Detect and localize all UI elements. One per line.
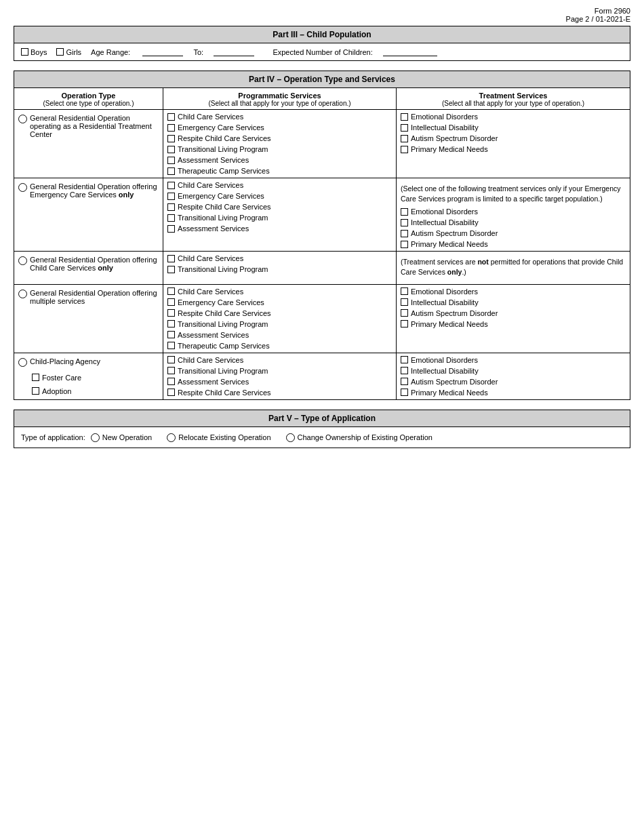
chk-r1t3[interactable] [401, 135, 408, 142]
row2-treat-2: Intellectual Disability [401, 218, 626, 226]
row4: General Residential Operation offering m… [14, 285, 630, 353]
col1-sub: (Select one type of operation.) [18, 100, 159, 107]
row3-treat-cell: (Treatment services are not permitted fo… [397, 252, 630, 284]
relocate-op-radio[interactable] [167, 433, 176, 442]
chk-r4p6[interactable] [167, 342, 175, 349]
row5-op-text: Child-Placing Agency [30, 357, 100, 365]
chk-r4t1[interactable] [401, 287, 408, 295]
row2-treat-cell: (Select one of the following treatment s… [397, 178, 630, 252]
form-page: Page 2 / 01-2021-E [14, 15, 630, 23]
row4-prog-cell: Child Care Services Emergency Care Servi… [163, 285, 397, 353]
row4-treat-1: Emotional Disorders [401, 287, 626, 296]
row5-treat-cell: Emotional Disorders Intellectual Disabil… [397, 353, 630, 399]
chk-foster[interactable] [32, 374, 39, 381]
chk-r4t2[interactable] [401, 298, 408, 306]
expected-field[interactable] [383, 47, 437, 56]
row4-treat-4: Primary Medical Needs [401, 320, 626, 328]
relocate-op-option[interactable]: Relocate Existing Operation [167, 433, 270, 442]
row2-treat-note: (Select one of the following treatment s… [401, 181, 626, 207]
new-op-radio[interactable] [91, 433, 100, 442]
chk-r4p4[interactable] [167, 320, 175, 327]
chk-r2p5[interactable] [167, 225, 175, 233]
part4-header: Part IV – Operation Type and Services [14, 71, 630, 88]
chk-r2t1[interactable] [401, 208, 408, 216]
chk-r1t2[interactable] [401, 124, 408, 132]
chk-r2p1[interactable] [167, 182, 175, 189]
row1-prog-cell: Child Care Services Emergency Care Servi… [163, 110, 397, 178]
row5-treat-1: Emotional Disorders [401, 356, 626, 364]
row5-prog-3: Assessment Services [167, 378, 392, 386]
row1-prog-1: Child Care Services [167, 113, 392, 121]
row3-radio[interactable] [18, 256, 27, 265]
col1-title: Operation Type [18, 92, 159, 100]
row4-radio[interactable] [18, 290, 27, 298]
chk-r4p5[interactable] [167, 331, 175, 338]
boys-label: Boys [31, 48, 47, 56]
form-header: Form 2960 Page 2 / 01-2021-E [14, 7, 630, 23]
row2: General Residential Operation offering E… [14, 178, 630, 252]
row2-treat-3: Autism Spectrum Disorder [401, 229, 626, 237]
chk-r5p2[interactable] [167, 367, 175, 374]
change-ownership-radio[interactable] [286, 433, 295, 442]
chk-r1p4[interactable] [167, 146, 175, 153]
row4-treat-2: Intellectual Disability [401, 298, 626, 306]
row1-op-text: General Residential Operation operating … [30, 114, 159, 138]
chk-r2t3[interactable] [401, 230, 408, 237]
chk-r5t2[interactable] [401, 367, 408, 374]
chk-r4p1[interactable] [167, 287, 175, 295]
chk-r1p6[interactable] [167, 167, 175, 175]
part3-section: Part III – Child Population Boys Girls A… [14, 26, 630, 61]
chk-r3p1[interactable] [167, 255, 175, 262]
row5-op-cell: Child-Placing Agency Foster Care Adoptio… [14, 353, 163, 399]
new-op-label: New Operation [102, 433, 152, 441]
row1-radio[interactable] [18, 115, 27, 123]
chk-r4t3[interactable] [401, 309, 408, 317]
row4-prog-1: Child Care Services [167, 287, 392, 296]
row4-treat-cell: Emotional Disorders Intellectual Disabil… [397, 285, 630, 353]
col2-title: Programmatic Services [167, 92, 392, 100]
boys-checkbox[interactable] [21, 48, 28, 56]
chk-r2t4[interactable] [401, 241, 408, 248]
row4-prog-3: Respite Child Care Services [167, 309, 392, 317]
chk-r5t4[interactable] [401, 389, 408, 396]
part4-col-headers: Operation Type (Select one type of opera… [14, 88, 630, 110]
row1: General Residential Operation operating … [14, 110, 630, 178]
row5-foster: Foster Care [32, 374, 81, 382]
chk-r1t4[interactable] [401, 146, 408, 153]
new-op-option[interactable]: New Operation [91, 433, 152, 442]
row3-treat-note: (Treatment services are not permitted fo… [401, 254, 626, 281]
chk-r2p4[interactable] [167, 214, 175, 222]
col1-header: Operation Type (Select one type of opera… [14, 88, 163, 110]
row5-radio[interactable] [18, 358, 27, 367]
row5-treat-3: Autism Spectrum Disorder [401, 378, 626, 386]
row2-treat-1: Emotional Disorders [401, 207, 626, 216]
chk-r1p5[interactable] [167, 157, 175, 164]
row5-prog-1: Child Care Services [167, 356, 392, 364]
chk-adoption[interactable] [32, 387, 39, 395]
age-to-field[interactable] [214, 47, 254, 56]
chk-r1p3[interactable] [167, 135, 175, 142]
chk-r5p4[interactable] [167, 389, 175, 396]
chk-r2p2[interactable] [167, 193, 175, 200]
change-ownership-option[interactable]: Change Ownership of Existing Operation [286, 433, 432, 442]
row2-radio[interactable] [18, 183, 27, 192]
chk-r2p3[interactable] [167, 203, 175, 211]
chk-r1p2[interactable] [167, 124, 175, 132]
chk-r5t1[interactable] [401, 356, 408, 363]
chk-r4p3[interactable] [167, 309, 175, 317]
row1-prog-3: Respite Child Care Services [167, 134, 392, 142]
to-label: To: [193, 48, 203, 56]
chk-r2t2[interactable] [401, 219, 408, 226]
chk-r4t4[interactable] [401, 320, 408, 327]
girls-checkbox[interactable] [56, 48, 64, 56]
chk-r1p1[interactable] [167, 113, 175, 121]
chk-r5p3[interactable] [167, 378, 175, 385]
chk-r4p2[interactable] [167, 298, 175, 306]
chk-r5p1[interactable] [167, 356, 175, 363]
chk-r1t1[interactable] [401, 113, 408, 121]
row5-prog-4: Respite Child Care Services [167, 389, 392, 397]
row3-op-text: General Residential Operation offering C… [30, 256, 159, 272]
chk-r3p2[interactable] [167, 266, 175, 273]
chk-r5t3[interactable] [401, 378, 408, 385]
age-from-field[interactable] [142, 47, 183, 56]
